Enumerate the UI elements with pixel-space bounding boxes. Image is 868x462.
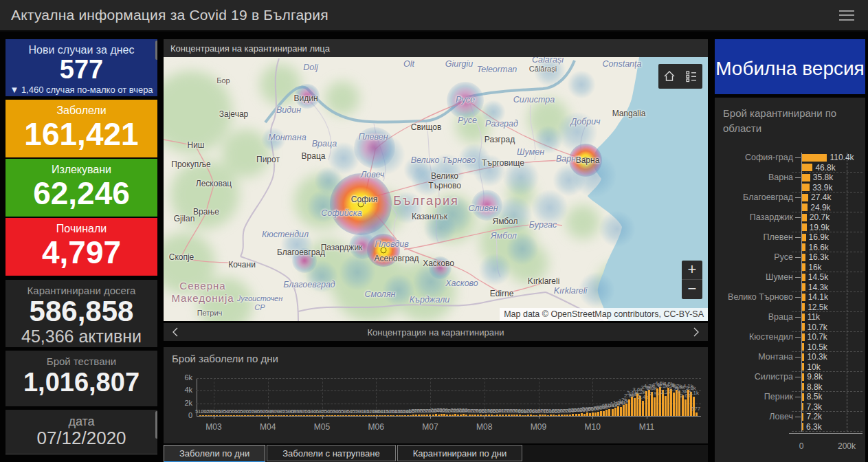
daily-bar[interactable] [317, 415, 319, 416]
daily-bar[interactable] [429, 415, 431, 416]
daily-bar[interactable] [322, 415, 324, 416]
daily-bar[interactable] [572, 414, 574, 416]
region-bar[interactable] [802, 363, 804, 371]
menu-button[interactable] [839, 10, 854, 21]
card-date[interactable]: дата 07/12/2020 [5, 410, 157, 454]
daily-bar[interactable] [213, 415, 215, 416]
daily-bar[interactable] [275, 415, 277, 416]
daily-bar[interactable] [415, 415, 417, 416]
daily-bar[interactable] [289, 415, 291, 416]
region-bar[interactable] [802, 314, 805, 321]
daily-bar[interactable] [348, 415, 350, 416]
daily-bar[interactable] [326, 415, 328, 416]
daily-bar[interactable] [569, 415, 571, 416]
daily-bar[interactable] [314, 415, 316, 416]
region-bar[interactable] [802, 274, 805, 281]
daily-bar[interactable] [353, 415, 355, 416]
daily-bar[interactable] [553, 415, 555, 416]
daily-bar[interactable] [399, 415, 401, 416]
daily-bar[interactable] [249, 415, 252, 416]
daily-bar[interactable] [298, 415, 300, 416]
daily-bar[interactable] [555, 415, 557, 416]
daily-bar[interactable] [345, 415, 347, 416]
daily-bar[interactable] [438, 415, 440, 416]
daily-bar[interactable] [561, 415, 563, 416]
daily-bar[interactable] [642, 401, 644, 416]
daily-bar[interactable] [477, 415, 479, 416]
daily-bar[interactable] [603, 411, 605, 416]
daily-bar[interactable] [452, 415, 454, 416]
region-bar[interactable] [802, 234, 806, 241]
daily-bar[interactable] [292, 415, 294, 416]
daily-bar[interactable] [227, 415, 230, 416]
daily-bar[interactable] [230, 415, 232, 416]
daily-bar[interactable] [362, 415, 364, 416]
daily-bar[interactable] [513, 415, 515, 416]
daily-bar[interactable] [516, 415, 518, 416]
daily-bar[interactable] [620, 407, 622, 416]
daily-bar[interactable] [392, 415, 394, 416]
card-new-cases[interactable]: Нови случаи за днес 577 ▼ 1,460 случая п… [5, 39, 157, 96]
daily-bar[interactable] [625, 404, 627, 416]
daily-bar[interactable] [418, 415, 420, 416]
daily-bar[interactable] [547, 415, 549, 416]
daily-bar[interactable] [527, 415, 529, 416]
daily-bar[interactable] [597, 412, 599, 416]
region-bar[interactable] [802, 243, 805, 251]
daily-bar[interactable] [278, 415, 280, 416]
daily-bar[interactable] [623, 405, 625, 416]
daily-bar[interactable] [502, 415, 504, 416]
card-infected[interactable]: Заболели 161,421 [5, 100, 157, 157]
daily-bar[interactable] [695, 412, 698, 416]
daily-bar[interactable] [306, 415, 308, 416]
daily-bar[interactable] [261, 415, 263, 416]
daily-bar[interactable] [236, 415, 238, 416]
daily-bar[interactable] [446, 415, 448, 416]
region-bar[interactable] [802, 174, 810, 182]
daily-bar[interactable] [309, 415, 311, 416]
daily-bar[interactable] [645, 391, 647, 416]
daily-bar[interactable] [238, 415, 241, 416]
daily-bar[interactable] [320, 415, 322, 416]
region-bar[interactable] [802, 294, 805, 301]
daily-bar[interactable] [311, 415, 313, 416]
daily-bar[interactable] [286, 415, 288, 416]
daily-bar[interactable] [435, 414, 437, 416]
daily-bar[interactable] [496, 415, 498, 416]
daily-bar[interactable] [544, 415, 546, 416]
daily-bar[interactable] [252, 415, 254, 416]
daily-bar[interactable] [441, 414, 443, 416]
daily-bar[interactable] [594, 412, 597, 416]
daily-bar[interactable] [401, 415, 403, 416]
daily-bar[interactable] [533, 415, 535, 416]
daily-bar[interactable] [404, 415, 406, 416]
daily-bar[interactable] [244, 415, 246, 416]
daily-bar[interactable] [368, 415, 370, 416]
daily-bar[interactable] [566, 415, 568, 416]
daily-bar[interactable] [208, 415, 210, 416]
region-bar[interactable] [802, 373, 804, 381]
daily-bar[interactable] [350, 415, 353, 416]
region-bar[interactable] [802, 303, 805, 311]
daily-bar[interactable] [219, 415, 221, 416]
daily-bar[interactable] [463, 414, 465, 416]
daily-bar[interactable] [575, 414, 577, 416]
daily-bar[interactable] [280, 415, 282, 416]
daily-bar[interactable] [457, 415, 459, 416]
region-bar[interactable] [802, 403, 803, 410]
region-bar[interactable] [802, 423, 803, 430]
daily-bar[interactable] [256, 415, 258, 416]
daily-bar[interactable] [365, 415, 367, 416]
carousel-next-button[interactable] [685, 327, 708, 338]
mobile-version-button[interactable]: Мобилна версия [715, 39, 865, 94]
scrollbar-thumb[interactable] [155, 41, 157, 60]
region-bar[interactable] [802, 254, 805, 261]
daily-bar[interactable] [376, 415, 378, 416]
daily-bar[interactable] [387, 415, 389, 416]
daily-bar[interactable] [272, 415, 274, 416]
zoom-out-button[interactable]: − [682, 280, 702, 299]
daily-bar[interactable] [592, 412, 594, 417]
daily-bar[interactable] [612, 409, 614, 416]
daily-bar[interactable] [396, 415, 398, 416]
daily-bar[interactable] [589, 413, 591, 416]
